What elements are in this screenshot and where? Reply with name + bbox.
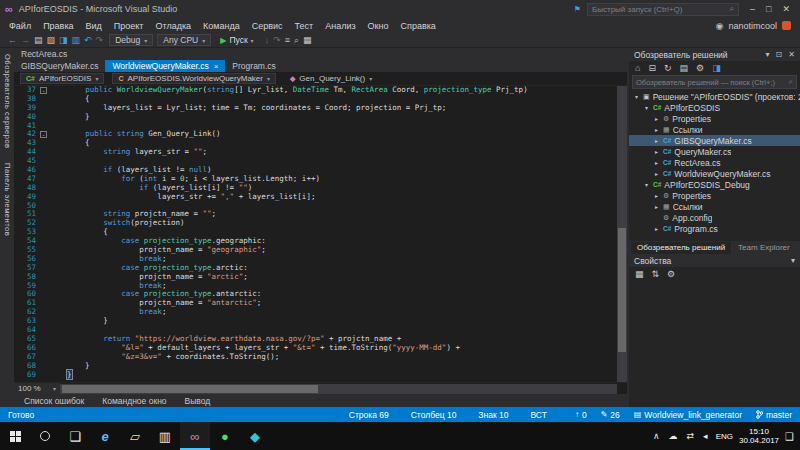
volume-icon[interactable]: ◂ xyxy=(701,431,710,441)
bottom-panel-tab[interactable]: Командное окно xyxy=(94,396,174,406)
collapsed-arrow-icon[interactable]: ▸ xyxy=(653,225,660,232)
sign-in-badge-icon[interactable] xyxy=(782,21,791,30)
quick-launch-input[interactable]: Быстрый запуск (Ctrl+Q) ⌕ xyxy=(587,3,739,16)
save-all-icon[interactable]: ▥ xyxy=(70,35,83,45)
zoom-dropdown[interactable]: 100 % ▾ xyxy=(14,383,60,395)
extensions-icon[interactable]: ▦ xyxy=(301,35,314,45)
doc-tab[interactable]: WorldviewQueryMaker.cs× xyxy=(105,60,225,72)
collapsed-arrow-icon[interactable]: ▸ xyxy=(653,159,660,166)
menu-item[interactable]: Анализ xyxy=(319,21,361,31)
doc-tab[interactable]: RectArea.cs xyxy=(14,48,74,60)
collapsed-arrow-icon[interactable]: ▸ xyxy=(653,126,660,133)
expanded-arrow-icon[interactable]: ▾ xyxy=(633,93,640,100)
git-pending-changes[interactable]: ✎ 26 xyxy=(601,410,620,420)
feedback-icon[interactable]: ⚑ xyxy=(574,5,581,14)
user-name[interactable]: nanotimcool xyxy=(728,21,777,31)
tree-item[interactable]: ▸⚙Properties xyxy=(629,190,800,201)
collapsed-arrow-icon[interactable]: ▸ xyxy=(653,148,660,155)
fold-margin[interactable]: - xyxy=(40,130,49,139)
tree-item[interactable]: ▸⚙Properties xyxy=(629,113,800,124)
redo-icon[interactable]: ↷ xyxy=(94,35,106,45)
nav-forward-icon[interactable]: → xyxy=(19,35,32,45)
panel-tab[interactable]: Обозреватель решений xyxy=(631,242,731,254)
menu-item[interactable]: Окно xyxy=(362,21,395,31)
properties-icon[interactable]: ⚙ xyxy=(694,63,706,73)
code-line[interactable]: 69 } xyxy=(14,371,627,380)
tree-item[interactable]: ▸C#Program.cs xyxy=(629,223,800,234)
green-app-icon[interactable]: ● xyxy=(210,422,240,450)
close-icon[interactable]: ✕ xyxy=(788,50,795,59)
teal-app-icon[interactable]: ◆ xyxy=(240,422,270,450)
menu-item[interactable]: Вид xyxy=(80,21,108,31)
collapsed-arrow-icon[interactable]: ▸ xyxy=(653,170,660,177)
find-in-files-icon[interactable]: ⌕ xyxy=(292,35,301,46)
task-view-icon[interactable]: ❏ xyxy=(60,422,90,450)
cloud-icon[interactable]: ☁ xyxy=(667,431,680,441)
collapsed-arrow-icon[interactable]: ▸ xyxy=(653,137,660,144)
maximize-button[interactable]: □ xyxy=(766,4,771,14)
code-line[interactable]: 37- public WorldviewQueryMaker(string[] … xyxy=(14,86,627,95)
code-line[interactable]: 68 } xyxy=(14,362,627,371)
minimize-button[interactable]: – xyxy=(750,4,755,14)
start-debug-button[interactable]: ▶ Пуск ▾ xyxy=(215,34,258,47)
network-icon[interactable]: ⇄ xyxy=(685,431,697,441)
platform-dropdown[interactable]: Any CPU▾ xyxy=(157,34,211,46)
navbar-member-dropdown[interactable]: ◆ Gen_Query_Link() ▾ xyxy=(284,73,378,84)
tree-item[interactable]: ▸C#RectArea.cs xyxy=(629,157,800,168)
tree-item[interactable]: ▸C#GIBSQueryMaker.cs xyxy=(629,135,800,146)
line-comment-icon[interactable]: ≡ xyxy=(283,35,292,45)
show-all-files-icon[interactable]: ▤ xyxy=(678,63,691,73)
bottom-panel-tab[interactable]: Список ошибок xyxy=(16,396,92,406)
menu-item[interactable]: Сервис xyxy=(246,21,289,31)
tray-expand-icon[interactable]: ∧ xyxy=(651,431,662,441)
new-file-icon[interactable]: ▤ xyxy=(32,35,45,45)
git-repository[interactable]: ▤ Worldview_link_generator xyxy=(634,410,742,420)
user-avatar-icon[interactable]: ◉ xyxy=(716,21,724,31)
navbar-project-dropdown[interactable]: C# APIforEOSDIS ▾ xyxy=(20,73,104,84)
step-into-icon[interactable]: ↓ xyxy=(263,35,272,45)
tree-item[interactable]: ▸C#QueryMaker.cs xyxy=(629,146,800,157)
editor-horizontal-scrollbar[interactable] xyxy=(60,384,617,394)
menu-item[interactable]: Файл xyxy=(3,21,37,31)
menu-item[interactable]: Правка xyxy=(37,21,79,31)
chevron-down-icon[interactable]: ▾ xyxy=(766,50,770,59)
close-button[interactable]: ✕ xyxy=(782,4,790,14)
collapsed-arrow-icon[interactable]: ▸ xyxy=(653,115,660,122)
fold-margin[interactable]: - xyxy=(40,86,49,95)
menu-item[interactable]: Проект xyxy=(108,21,150,31)
vs-icon[interactable]: ∞ xyxy=(180,422,210,450)
tree-item[interactable]: ▾C#APIforEOSDIS_Debug xyxy=(629,179,800,190)
solution-search-input[interactable]: Обозреватель решений — поиск (Ctrl+;) ⌕ xyxy=(632,75,797,89)
doc-tab[interactable]: Program.cs xyxy=(225,60,282,72)
code-line[interactable]: 49 layers_str += "," + layers_list[i]; xyxy=(14,193,627,202)
menu-item[interactable]: Справка xyxy=(395,21,442,31)
pin-icon[interactable]: ⊡ xyxy=(776,50,783,59)
tree-item[interactable]: ▸▦Ссылки xyxy=(629,201,800,212)
panel-tab[interactable]: Team Explorer xyxy=(732,242,796,254)
taskbar-search-icon[interactable] xyxy=(30,422,60,450)
expanded-arrow-icon[interactable]: ▾ xyxy=(643,104,650,111)
tree-item[interactable]: ▾C#APIforEOSDIS xyxy=(629,102,800,113)
start-button[interactable] xyxy=(0,422,30,450)
tree-item[interactable]: ▸▦Ссылки xyxy=(629,124,800,135)
bottom-panel-tab[interactable]: Вывод xyxy=(177,396,219,406)
tree-item[interactable]: ▾▣Решение "APIforEOSDIS" (проектов: 2) xyxy=(629,91,800,102)
doc-tab[interactable]: GIBSQueryMaker.cs xyxy=(14,60,105,72)
collapse-all-icon[interactable]: ⊟ xyxy=(646,63,658,73)
step-over-icon[interactable]: ↷ xyxy=(271,35,283,45)
code-line[interactable]: 42- public string Gen_Query_Link() xyxy=(14,130,627,139)
editor-vertical-scrollbar[interactable] xyxy=(617,86,627,382)
collapsed-arrow-icon[interactable]: ▸ xyxy=(653,203,660,210)
menu-item[interactable]: Команда xyxy=(197,21,246,31)
git-branch[interactable]: master xyxy=(756,410,792,420)
side-tool-tab[interactable]: Панель элементов xyxy=(3,163,12,236)
menu-item[interactable]: Тест xyxy=(289,21,320,31)
menu-item[interactable]: Отладка xyxy=(150,21,198,31)
preview-icon[interactable]: ◨ xyxy=(710,63,723,73)
expanded-arrow-icon[interactable]: ▾ xyxy=(643,181,650,188)
side-tool-tab[interactable]: Обозреватель серверов xyxy=(3,54,12,149)
language-indicator[interactable]: ENG xyxy=(716,432,733,441)
tab-close-icon[interactable]: × xyxy=(214,62,219,71)
code-line[interactable]: 44 string layers_str = ""; xyxy=(14,148,627,157)
code-line[interactable]: 40 } xyxy=(14,113,627,122)
